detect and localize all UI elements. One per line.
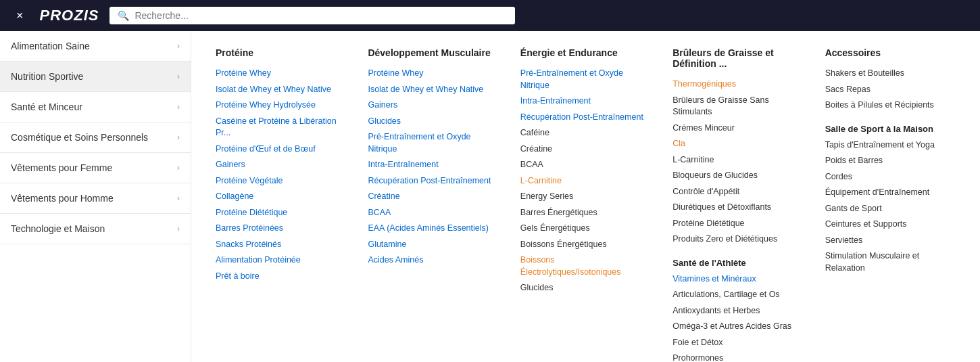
menu-link[interactable]: Contrôle d'Appétit: [672, 186, 803, 198]
logo: PROZIS: [40, 7, 99, 24]
menu-link[interactable]: Crèmes Minceur: [672, 122, 803, 135]
chevron-right-icon: ›: [177, 41, 180, 51]
menu-link[interactable]: Collagène: [216, 191, 346, 203]
menu-link[interactable]: Sacs Repas: [825, 84, 956, 96]
sidebar-item-vetements-homme[interactable]: Vêtements pour Homme›: [0, 183, 191, 214]
menu-link[interactable]: Prêt à boire: [216, 271, 346, 283]
menu-link[interactable]: Barres Protéinées: [216, 223, 346, 235]
sidebar-item-vetements-femme[interactable]: Vêtements pour Femme›: [0, 153, 191, 183]
menu-link[interactable]: Protéine Diététique: [672, 218, 803, 230]
sub-header: Santé de l'Athlète: [672, 258, 803, 268]
sidebar-item-cosmetique[interactable]: Cosmétique et Soins Personnels›: [0, 122, 191, 153]
search-input[interactable]: [134, 10, 507, 21]
menu-link[interactable]: Acides Aminés: [368, 254, 498, 267]
menu-link[interactable]: Gels Énergétiques: [520, 223, 651, 235]
sidebar-item-label: Vêtements pour Homme: [11, 193, 114, 204]
menu-link[interactable]: Protéine Whey: [216, 68, 346, 80]
sidebar-item-sante-minceur[interactable]: Santé et Minceur›: [0, 92, 191, 122]
mega-menu: ProtéineProtéine WheyIsolat de Whey et W…: [191, 31, 980, 362]
menu-link[interactable]: BCAA: [520, 159, 651, 171]
menu-link[interactable]: Thermogéniques: [672, 78, 803, 91]
menu-link[interactable]: Pré-Entraînement et Oxyde Nitrique: [520, 68, 651, 91]
menu-link[interactable]: Diurétiques et Détoxiflants: [672, 202, 803, 214]
menu-column-proteine: ProtéineProtéine WheyIsolat de Whey et W…: [205, 47, 357, 362]
chevron-right-icon: ›: [177, 163, 180, 173]
sidebar-item-label: Technologie et Maison: [11, 223, 105, 234]
menu-link[interactable]: Antioxydants et Herbes: [672, 305, 803, 317]
menu-link[interactable]: Pré-Entraînement et Oxyde Nitrique: [368, 131, 498, 155]
menu-link[interactable]: Isolat de Whey et Whey Native: [216, 84, 346, 96]
menu-link[interactable]: Boites à Pilules et Récipients: [825, 99, 956, 112]
menu-link[interactable]: Intra-Entraînement: [520, 95, 651, 108]
menu-link[interactable]: Glucides: [520, 282, 651, 294]
close-button[interactable]: ×: [11, 6, 29, 26]
menu-link[interactable]: Articulations, Cartilage et Os: [672, 289, 803, 301]
menu-link[interactable]: BCAA: [368, 207, 498, 219]
sidebar: Alimentation Saine›Nutrition Sportive›Sa…: [0, 31, 191, 362]
menu-link[interactable]: Glucides: [368, 116, 498, 128]
chevron-right-icon: ›: [177, 224, 180, 233]
menu-link[interactable]: Ceintures et Supports: [825, 219, 956, 231]
menu-link[interactable]: Boissons Énergétiques: [520, 239, 651, 251]
menu-link[interactable]: Vitamines et Minéraux: [672, 273, 803, 286]
menu-link[interactable]: Energy Series: [520, 191, 651, 203]
menu-link[interactable]: Tapis d'Entraînement et Yoga: [825, 139, 956, 152]
menu-link[interactable]: Bloqueurs de Glucides: [672, 170, 803, 182]
sidebar-item-label: Nutrition Sportive: [11, 71, 83, 82]
menu-column-energie-endurance: Énergie et EndurancePré-Entraînement et …: [510, 47, 662, 362]
sub-header: Salle de Sport à la Maison: [825, 124, 956, 134]
sidebar-item-alimentation-saine[interactable]: Alimentation Saine›: [0, 31, 191, 62]
menu-link[interactable]: Gainers: [216, 159, 346, 171]
menu-link[interactable]: Poids et Barres: [825, 155, 956, 167]
column-header-bruleurs-graisse: Brûleurs de Graisse et Définition ...: [672, 47, 803, 72]
menu-link[interactable]: Boissons Électrolytiques/Isotoniques: [520, 254, 651, 278]
menu-link[interactable]: Alimentation Protéinée: [216, 254, 346, 267]
menu-link[interactable]: Protéine Whey: [368, 68, 498, 80]
menu-link[interactable]: Brûleurs de Graisse Sans Stimulants: [672, 95, 803, 118]
menu-column-accessoires: AccessoiresShakers et BouteillesSacs Rep…: [814, 47, 966, 362]
menu-link[interactable]: L-Carnitine: [520, 175, 651, 187]
menu-link[interactable]: L-Carnitine: [672, 154, 803, 166]
menu-link[interactable]: Gants de Sport: [825, 203, 956, 215]
menu-link[interactable]: Intra-Entraînement: [368, 159, 498, 171]
column-header-energie-endurance: Énergie et Endurance: [520, 47, 651, 61]
menu-link[interactable]: Protéine d'Œuf et de Bœuf: [216, 143, 346, 156]
menu-link[interactable]: Cordes: [825, 171, 956, 183]
menu-link[interactable]: Caséine et Protéine à Libération Pr...: [216, 116, 346, 139]
menu-link[interactable]: Glutamine: [368, 239, 498, 251]
menu-link[interactable]: Protéine Whey Hydrolysée: [216, 99, 346, 112]
sidebar-item-technologie-maison[interactable]: Technologie et Maison›: [0, 214, 191, 244]
menu-link[interactable]: Protéine Végétale: [216, 175, 346, 187]
menu-link[interactable]: Créatine: [520, 143, 651, 156]
menu-link[interactable]: Snacks Protéinés: [216, 239, 346, 251]
search-icon: 🔍: [118, 10, 129, 21]
menu-link[interactable]: Équipement d'Entraînement: [825, 187, 956, 199]
menu-link[interactable]: Prohormones: [672, 353, 803, 362]
menu-column-developpement-musculaire: Développement MusculaireProtéine WheyIso…: [357, 47, 509, 362]
menu-link[interactable]: Shakers et Bouteilles: [825, 68, 956, 80]
menu-link[interactable]: Stimulation Musculaire et Relaxation: [825, 250, 956, 274]
column-header-accessoires: Accessoires: [825, 47, 956, 61]
menu-link[interactable]: Foie et Détox: [672, 337, 803, 349]
chevron-right-icon: ›: [177, 72, 180, 81]
menu-link[interactable]: Produits Zero et Diététiques: [672, 233, 803, 246]
menu-link[interactable]: Isolat de Whey et Whey Native: [368, 84, 498, 96]
menu-link[interactable]: Cla: [672, 138, 803, 150]
main-container: Alimentation Saine›Nutrition Sportive›Sa…: [0, 31, 980, 362]
menu-link[interactable]: Serviettes: [825, 235, 956, 247]
menu-link[interactable]: Récupération Post-Entraînement: [520, 112, 651, 124]
chevron-right-icon: ›: [177, 194, 180, 203]
search-bar: 🔍: [109, 7, 515, 24]
menu-link[interactable]: Barres Énergétiques: [520, 207, 651, 219]
sidebar-item-nutrition-sportive[interactable]: Nutrition Sportive›: [0, 62, 191, 92]
menu-column-bruleurs-graisse: Brûleurs de Graisse et Définition ...The…: [662, 47, 814, 362]
sidebar-item-label: Santé et Minceur: [11, 101, 82, 112]
menu-link[interactable]: EAA (Acides Aminés Essentiels): [368, 223, 498, 235]
menu-link[interactable]: Caféine: [520, 127, 651, 139]
header: × PROZIS 🔍: [0, 0, 980, 31]
menu-link[interactable]: Créatine: [368, 191, 498, 203]
menu-link[interactable]: Gainers: [368, 99, 498, 112]
menu-link[interactable]: Protéine Diététique: [216, 207, 346, 219]
menu-link[interactable]: Récupération Post-Entraînement: [368, 175, 498, 187]
menu-link[interactable]: Oméga-3 et Autres Acides Gras: [672, 321, 803, 333]
